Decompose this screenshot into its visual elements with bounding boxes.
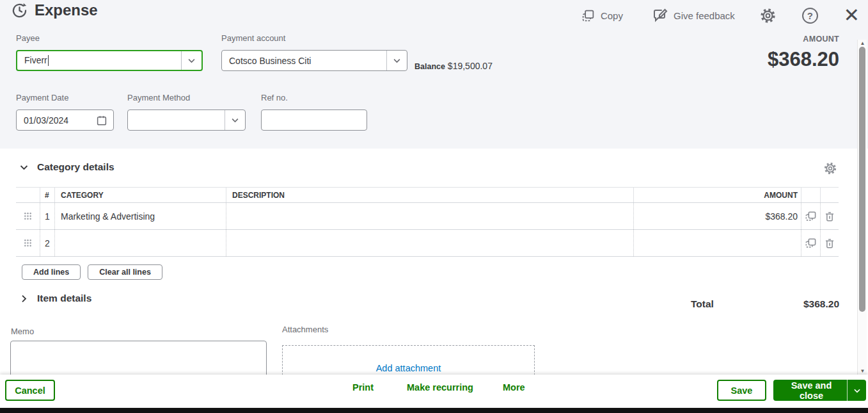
col-amount: AMOUNT xyxy=(633,188,801,202)
payee-dropdown-toggle[interactable] xyxy=(181,51,201,70)
make-recurring-link[interactable]: Make recurring xyxy=(407,382,473,393)
chevron-down-icon xyxy=(392,56,402,65)
amount-cell[interactable]: $368.20 xyxy=(633,203,801,229)
payment-method-label: Payment Method xyxy=(127,93,246,102)
close-button[interactable]: ✕ xyxy=(844,7,860,24)
category-details-title: Category details xyxy=(37,161,114,173)
payment-account-field-group: Payment account Cotsco Business Citi xyxy=(221,33,407,71)
attachment-dropzone[interactable]: Add attachment xyxy=(282,345,535,378)
amount-display: AMOUNT $368.20 xyxy=(768,35,839,71)
category-cell[interactable] xyxy=(54,230,226,256)
payment-date-label: Payment Date xyxy=(16,93,114,102)
form-header-section: Expense Copy Give fe xyxy=(0,0,868,149)
cancel-button[interactable]: Cancel xyxy=(5,380,55,401)
close-icon: ✕ xyxy=(844,7,860,24)
drag-handle-icon[interactable] xyxy=(16,230,40,256)
ref-no-label: Ref no. xyxy=(261,93,367,102)
amount-value: $368.20 xyxy=(768,48,839,71)
total-value: $368.20 xyxy=(803,298,839,310)
payment-account-label: Payment account xyxy=(221,33,407,43)
calendar-icon[interactable] xyxy=(96,115,107,126)
table-row: 1 Marketing & Advertising $368.20 xyxy=(16,203,839,230)
col-description: DESCRIPTION xyxy=(226,188,633,202)
row-number: 1 xyxy=(40,203,54,229)
text-caret xyxy=(48,55,49,66)
clear-all-lines-button[interactable]: Clear all lines xyxy=(88,264,162,280)
payment-method-dropdown-toggle[interactable] xyxy=(225,110,245,130)
feedback-label: Give feedback xyxy=(674,10,735,21)
payment-account-dropdown-toggle[interactable] xyxy=(386,51,407,70)
table-actions: Add lines Clear all lines xyxy=(22,264,162,280)
vertical-scrollbar[interactable]: ▲ ▼ xyxy=(857,40,867,375)
memo-input[interactable] xyxy=(10,341,267,378)
item-details-toggle[interactable]: Item details xyxy=(19,293,91,304)
category-cell[interactable]: Marketing & Advertising xyxy=(54,203,226,229)
memo-label: Memo xyxy=(11,327,34,336)
payee-input[interactable]: Fiverr xyxy=(16,50,203,71)
delete-row-icon[interactable] xyxy=(820,203,839,229)
payment-method-field-group: Payment Method xyxy=(127,93,246,131)
balance-label: Balance xyxy=(414,62,445,71)
add-lines-button[interactable]: Add lines xyxy=(22,264,81,280)
expense-form-page: Expense Copy Give fe xyxy=(0,0,868,413)
scroll-down-arrow-icon[interactable]: ▼ xyxy=(858,368,867,374)
account-balance: Balance $19,500.07 xyxy=(414,61,493,71)
description-cell[interactable] xyxy=(226,230,633,256)
scrollbar-thumb[interactable] xyxy=(859,47,865,312)
help-button[interactable]: ? xyxy=(802,8,818,24)
save-and-close-dropdown-toggle[interactable] xyxy=(847,380,866,401)
table-row: 2 xyxy=(16,230,839,257)
payment-account-input[interactable]: Cotsco Business Citi xyxy=(221,50,407,71)
give-feedback-button[interactable]: Give feedback xyxy=(652,8,735,23)
category-details-toggle[interactable]: Category details xyxy=(19,161,114,173)
scroll-up-arrow-icon[interactable]: ▲ xyxy=(858,40,867,46)
attachments-label: Attachments xyxy=(282,325,328,334)
total-label: Total xyxy=(691,298,714,310)
page-title: Expense xyxy=(35,1,98,19)
save-and-close-button[interactable]: Save and close xyxy=(773,380,866,401)
payment-date-input[interactable]: 01/03/2024 xyxy=(16,109,114,131)
copy-label: Copy xyxy=(601,10,623,21)
payment-account-value: Cotsco Business Citi xyxy=(222,56,386,66)
col-num: # xyxy=(40,188,54,202)
history-clock-icon xyxy=(11,2,28,19)
gear-icon xyxy=(759,7,777,24)
feedback-icon xyxy=(652,8,668,23)
more-link[interactable]: More xyxy=(503,382,525,393)
bottom-window-edge xyxy=(0,408,868,413)
amount-cell[interactable] xyxy=(633,230,801,256)
save-and-close-label: Save and close xyxy=(773,380,847,401)
category-table: # CATEGORY DESCRIPTION AMOUNT 1 Marketin… xyxy=(16,187,839,257)
chevron-down-icon xyxy=(187,56,196,65)
payee-field-group: Payee Fiverr xyxy=(16,33,203,71)
description-cell[interactable] xyxy=(226,203,633,229)
ref-no-field-group: Ref no. xyxy=(261,93,367,131)
item-details-title: Item details xyxy=(37,293,91,304)
ref-no-input[interactable] xyxy=(261,109,367,131)
settings-gear-button[interactable] xyxy=(759,7,777,24)
table-settings-gear-icon[interactable] xyxy=(823,161,837,178)
duplicate-row-icon[interactable] xyxy=(801,203,820,229)
balance-value: $19,500.07 xyxy=(448,61,493,71)
payment-method-input[interactable] xyxy=(127,109,246,131)
chevron-down-icon xyxy=(19,162,29,173)
title-row: Expense xyxy=(11,1,98,19)
chevron-down-icon xyxy=(230,115,240,125)
row-number: 2 xyxy=(40,230,54,256)
help-icon: ? xyxy=(802,8,818,24)
delete-row-icon[interactable] xyxy=(820,230,839,256)
header-actions: Copy Give feedback xyxy=(581,4,860,27)
add-attachment-link[interactable]: Add attachment xyxy=(376,363,441,373)
drag-handle-icon[interactable] xyxy=(16,203,40,229)
print-link[interactable]: Print xyxy=(352,382,374,393)
chevron-down-icon xyxy=(853,386,862,395)
payee-value: Fiverr xyxy=(24,55,47,65)
chevron-right-icon xyxy=(19,293,29,304)
col-category: CATEGORY xyxy=(54,188,226,202)
category-table-header: # CATEGORY DESCRIPTION AMOUNT xyxy=(16,187,839,203)
payment-date-field-group: Payment Date 01/03/2024 xyxy=(16,93,114,131)
copy-button[interactable]: Copy xyxy=(581,9,623,22)
payee-label: Payee xyxy=(16,33,203,43)
save-button[interactable]: Save xyxy=(717,380,766,401)
duplicate-row-icon[interactable] xyxy=(801,230,820,256)
